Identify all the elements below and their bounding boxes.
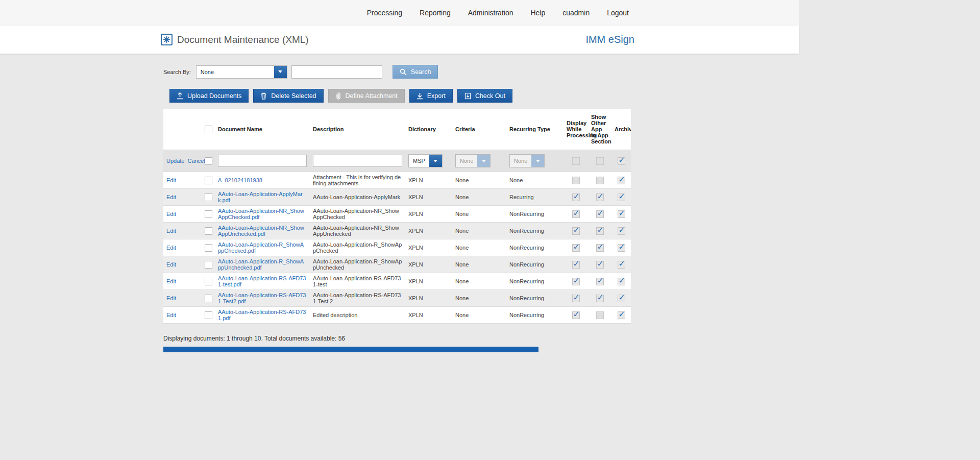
select-all-checkbox[interactable] bbox=[205, 126, 212, 133]
document-name-header: Document Name bbox=[215, 109, 310, 150]
description-cell: AAuto-Loan-Application-NR_ShowAppUncheck… bbox=[310, 223, 405, 239]
show-other-app-checkbox[interactable] bbox=[596, 278, 604, 285]
document-name-link[interactable]: AAuto-Loan-Application-NR_ShowAppChecked… bbox=[218, 208, 304, 220]
criteria-cell: None bbox=[452, 290, 506, 307]
archive-checkbox[interactable] bbox=[618, 295, 625, 302]
edit-criteria-select[interactable]: None bbox=[455, 154, 491, 167]
edit-link[interactable]: Edit bbox=[166, 228, 176, 234]
row-select-checkbox[interactable] bbox=[205, 244, 212, 252]
show-other-app-checkbox[interactable] bbox=[596, 227, 604, 235]
define-attachment-label: Define Attachment bbox=[346, 92, 398, 100]
row-select-checkbox[interactable] bbox=[205, 295, 212, 302]
actions-column-header bbox=[163, 109, 202, 150]
table-row: Edit AAuto-Loan-Application-RS-AFD731-Te… bbox=[163, 290, 631, 307]
edit-name-input[interactable] bbox=[218, 155, 307, 167]
edit-show-other-checkbox[interactable] bbox=[596, 157, 604, 165]
edit-recurring-type-select[interactable]: None bbox=[509, 154, 545, 167]
top-navigation: Processing Reporting Administration Help… bbox=[0, 0, 799, 26]
define-attachment-button[interactable]: Define Attachment bbox=[328, 89, 405, 103]
edit-dictionary-select[interactable]: MSP bbox=[408, 154, 443, 167]
edit-link[interactable]: Edit bbox=[166, 312, 176, 318]
document-name-link[interactable]: AAuto-Loan-Application-R_ShowAppUnchecke… bbox=[218, 258, 304, 271]
search-icon bbox=[400, 68, 407, 76]
edit-link[interactable]: Edit bbox=[166, 278, 176, 284]
row-select-checkbox[interactable] bbox=[205, 261, 212, 269]
nav-item-administration[interactable]: Administration bbox=[468, 9, 513, 17]
show-other-app-checkbox[interactable] bbox=[596, 177, 604, 184]
edit-recurring-type-value: None bbox=[510, 155, 531, 167]
row-select-checkbox[interactable] bbox=[205, 210, 212, 218]
nav-item-help[interactable]: Help bbox=[530, 9, 545, 17]
nav-item-user-cuadmin[interactable]: cuadmin bbox=[562, 9, 590, 17]
show-other-app-checkbox[interactable] bbox=[596, 295, 604, 302]
criteria-cell: None bbox=[452, 172, 506, 189]
archive-checkbox[interactable] bbox=[618, 177, 625, 184]
document-name-link[interactable]: AAuto-Loan-Application-ApplyMark.pdf bbox=[218, 191, 303, 203]
archive-checkbox[interactable] bbox=[618, 193, 625, 201]
document-name-link[interactable]: A_021024181938 bbox=[218, 177, 262, 183]
edit-link[interactable]: Edit bbox=[166, 177, 176, 183]
edit-link[interactable]: Edit bbox=[166, 261, 176, 268]
nav-item-logout[interactable]: Logout bbox=[607, 9, 629, 17]
edit-link[interactable]: Edit bbox=[166, 295, 176, 301]
show-other-app-checkbox[interactable] bbox=[596, 261, 604, 269]
table-row: Edit AAuto-Loan-Application-R_ShowAppUnc… bbox=[163, 256, 631, 273]
check-out-button[interactable]: Check Out bbox=[457, 89, 512, 103]
document-name-link[interactable]: AAuto-Loan-Application-RS-AFD731-Test2.p… bbox=[218, 292, 306, 304]
recurring-type-header: Recurring Type bbox=[506, 109, 564, 150]
recurring-type-cell: NonRecurring bbox=[506, 290, 564, 307]
document-name-link[interactable]: AAuto-Loan-Application-R_ShowAppChecked.… bbox=[218, 241, 304, 254]
search-button[interactable]: Search bbox=[393, 65, 438, 79]
edit-row-select-checkbox[interactable] bbox=[205, 157, 212, 165]
edit-archive-checkbox[interactable] bbox=[618, 157, 625, 165]
document-name-link[interactable]: AAuto-Loan-Application-RS-AFD731.pdf bbox=[218, 309, 306, 321]
row-select-checkbox[interactable] bbox=[205, 193, 212, 201]
show-other-app-checkbox[interactable] bbox=[596, 193, 604, 201]
row-select-checkbox[interactable] bbox=[205, 311, 212, 319]
display-while-processing-checkbox[interactable] bbox=[572, 193, 580, 201]
edit-link[interactable]: Edit bbox=[166, 245, 176, 251]
search-input[interactable] bbox=[291, 65, 382, 79]
row-select-checkbox[interactable] bbox=[205, 278, 212, 285]
nav-item-processing[interactable]: Processing bbox=[367, 9, 402, 17]
display-while-processing-checkbox[interactable] bbox=[572, 177, 580, 184]
show-other-app-checkbox[interactable] bbox=[596, 311, 604, 319]
nav-item-reporting[interactable]: Reporting bbox=[420, 9, 451, 17]
edit-link[interactable]: Edit bbox=[166, 194, 176, 200]
edit-description-input[interactable] bbox=[313, 155, 402, 167]
chevron-down-icon bbox=[477, 155, 490, 167]
main-content: Search By: None Search bbox=[0, 54, 799, 373]
archive-checkbox[interactable] bbox=[618, 311, 625, 319]
archive-checkbox[interactable] bbox=[618, 278, 625, 285]
delete-selected-button[interactable]: Delete Selected bbox=[253, 89, 323, 103]
export-button[interactable]: Export bbox=[409, 89, 453, 103]
edit-link[interactable]: Edit bbox=[166, 211, 176, 217]
document-name-link[interactable]: AAuto-Loan-Application-NR_ShowAppUncheck… bbox=[218, 225, 304, 237]
display-while-processing-checkbox[interactable] bbox=[572, 227, 580, 235]
edit-display-checkbox[interactable] bbox=[572, 157, 580, 165]
table-row: Edit AAuto-Loan-Application-RS-AFD731-te… bbox=[163, 273, 631, 290]
display-while-processing-checkbox[interactable] bbox=[572, 244, 580, 252]
archive-checkbox[interactable] bbox=[618, 210, 625, 218]
display-while-processing-checkbox[interactable] bbox=[572, 311, 580, 319]
check-out-label: Check Out bbox=[475, 92, 505, 100]
show-other-app-checkbox[interactable] bbox=[596, 210, 604, 218]
table-row: Edit A_021024181938 Attachment - This is… bbox=[163, 172, 631, 189]
cancel-link[interactable]: Cancel bbox=[187, 158, 205, 164]
document-name-link[interactable]: AAuto-Loan-Application-RS-AFD731-test.pd… bbox=[218, 275, 306, 287]
upload-documents-button[interactable]: Upload Documents bbox=[169, 89, 249, 103]
archive-checkbox[interactable] bbox=[618, 227, 625, 235]
display-while-processing-checkbox[interactable] bbox=[572, 210, 580, 218]
scrollbar-thumb[interactable] bbox=[163, 347, 538, 352]
show-other-app-checkbox[interactable] bbox=[596, 244, 604, 252]
row-select-checkbox[interactable] bbox=[205, 227, 212, 235]
search-by-select[interactable]: None bbox=[196, 65, 287, 79]
horizontal-scrollbar[interactable] bbox=[163, 347, 631, 352]
archive-checkbox[interactable] bbox=[618, 261, 625, 269]
display-while-processing-checkbox[interactable] bbox=[572, 295, 580, 302]
row-select-checkbox[interactable] bbox=[205, 177, 212, 184]
display-while-processing-checkbox[interactable] bbox=[572, 278, 580, 285]
display-while-processing-checkbox[interactable] bbox=[572, 261, 580, 269]
archive-checkbox[interactable] bbox=[618, 244, 625, 252]
update-link[interactable]: Update bbox=[166, 158, 184, 164]
